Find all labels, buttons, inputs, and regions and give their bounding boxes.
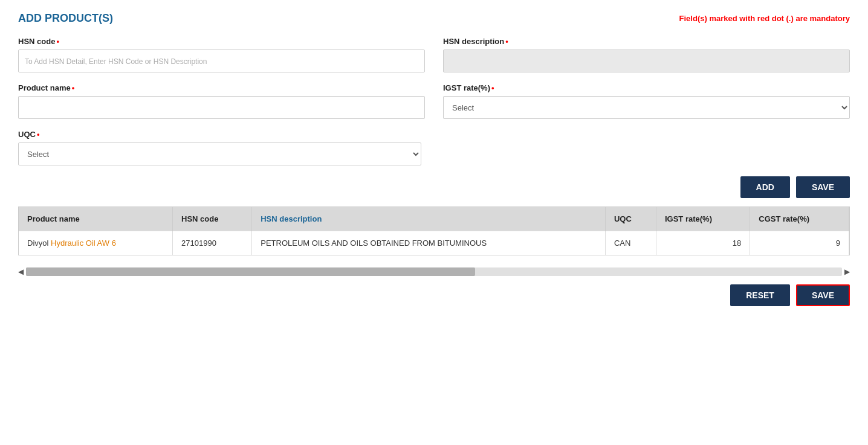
uqc-dot: •: [37, 130, 40, 139]
scrollbar-row[interactable]: ◀ ▶: [18, 265, 850, 278]
scroll-right-arrow[interactable]: ▶: [844, 267, 850, 276]
table-cell: 18: [656, 231, 750, 255]
col-uqc: UQC: [605, 207, 656, 231]
uqc-select[interactable]: Select BAG BAL BDL CAN KGS LTR NOS PCS S…: [18, 142, 421, 165]
igst-rate-label: IGST rate(%)•: [443, 83, 850, 92]
product-name-dot: •: [72, 83, 75, 92]
form-row-1: HSN code• HSN description•: [18, 37, 850, 72]
table-cell: Divyol Hydraulic Oil AW 6: [19, 231, 173, 255]
reset-button[interactable]: RESET: [730, 284, 790, 306]
mandatory-note: Field(s) marked with red dot (.) are man…: [679, 14, 850, 23]
igst-dot: •: [491, 83, 494, 92]
form-row-2: Product name• IGST rate(%)• Select 0 5 1…: [18, 83, 850, 119]
bottom-button-row: RESET SAVE: [18, 284, 850, 306]
product-name-group: Product name•: [18, 83, 425, 119]
table-header-row: Product name HSN code HSN description UQ…: [19, 207, 849, 231]
top-button-row: ADD SAVE: [18, 176, 850, 198]
form-row-3: UQC• Select BAG BAL BDL CAN KGS LTR NOS …: [18, 130, 850, 165]
table-cell: 9: [750, 231, 849, 255]
uqc-spacer: [439, 130, 850, 165]
scroll-track[interactable]: [26, 267, 842, 276]
product-name-input[interactable]: [18, 96, 425, 119]
uqc-group: UQC• Select BAG BAL BDL CAN KGS LTR NOS …: [18, 130, 421, 165]
hsn-description-group: HSN description•: [443, 37, 850, 72]
hsn-code-group: HSN code•: [18, 37, 425, 72]
hsn-code-input[interactable]: [18, 50, 425, 72]
hsn-description-input[interactable]: [443, 50, 850, 72]
product-name-label: Product name•: [18, 83, 425, 92]
col-hsn-code: HSN code: [173, 207, 252, 231]
scroll-left-arrow[interactable]: ◀: [18, 267, 24, 276]
scroll-thumb: [26, 267, 475, 276]
product-table-wrapper: Product name HSN code HSN description UQ…: [18, 206, 850, 255]
save-button-bottom[interactable]: SAVE: [796, 284, 850, 306]
col-hsn-description: HSN description: [252, 207, 606, 231]
hsn-description-label: HSN description•: [443, 37, 850, 46]
table-body: Divyol Hydraulic Oil AW 627101990PETROLE…: [19, 231, 849, 255]
add-button[interactable]: ADD: [740, 176, 790, 198]
col-cgst-rate: CGST rate(%): [750, 207, 849, 231]
igst-rate-select[interactable]: Select 0 5 12 18 28: [443, 96, 850, 119]
page-header: ADD PRODUCT(S) Field(s) marked with red …: [18, 12, 850, 25]
hsn-desc-dot: •: [505, 37, 508, 46]
table-header: Product name HSN code HSN description UQ…: [19, 207, 849, 231]
table-row: Divyol Hydraulic Oil AW 627101990PETROLE…: [19, 231, 849, 255]
hsn-code-dot: •: [56, 37, 59, 46]
product-table: Product name HSN code HSN description UQ…: [19, 207, 849, 255]
table-cell: 27101990: [173, 231, 252, 255]
hsn-code-label: HSN code•: [18, 37, 425, 46]
table-cell: PETROLEUM OILS AND OILS OBTAINED FROM BI…: [252, 231, 606, 255]
form-section: HSN code• HSN description• Product name•…: [18, 37, 850, 165]
col-igst-rate: IGST rate(%): [656, 207, 750, 231]
table-cell: CAN: [605, 231, 656, 255]
uqc-label: UQC•: [18, 130, 421, 139]
col-product-name: Product name: [19, 207, 173, 231]
igst-rate-group: IGST rate(%)• Select 0 5 12 18 28: [443, 83, 850, 119]
page-title: ADD PRODUCT(S): [18, 12, 113, 25]
save-button-top[interactable]: SAVE: [796, 176, 850, 198]
